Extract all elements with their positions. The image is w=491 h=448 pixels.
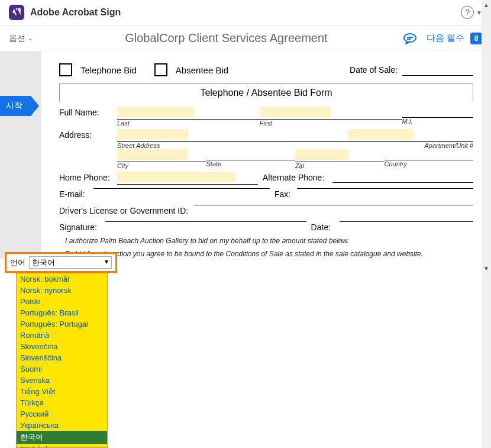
language-option[interactable]: Українська bbox=[17, 420, 107, 431]
language-option[interactable]: Português: Portugal bbox=[17, 318, 107, 330]
mi-sublabel: M.I. bbox=[402, 118, 473, 125]
telephone-bid-option[interactable]: Telephone Bid bbox=[59, 63, 137, 76]
state-sublabel: State bbox=[206, 160, 296, 167]
first-name-field[interactable] bbox=[260, 107, 331, 117]
options-label: 옵션 bbox=[9, 33, 25, 44]
alt-phone-label: Alternate Phone: bbox=[263, 172, 328, 182]
last-sublabel: Last bbox=[117, 120, 260, 127]
city-field[interactable] bbox=[117, 149, 188, 160]
absentee-bid-option[interactable]: Absentee Bid bbox=[154, 63, 228, 76]
telephone-bid-checkbox[interactable] bbox=[59, 63, 72, 76]
main-content: 시작 Telephone Bid Absentee Bid Date of Sa… bbox=[0, 51, 491, 259]
auth-text-2: By bidding at auction you agree to be bo… bbox=[59, 250, 473, 258]
fax-label: Fax: bbox=[274, 188, 292, 199]
required-count-badge: 8 bbox=[470, 33, 482, 44]
document-header: 옵션 ⌄ GlobalCorp Client Services Agreemen… bbox=[0, 25, 491, 51]
language-dropdown: Norsk: bokmålNorsk: nynorskPolskiPortugu… bbox=[16, 273, 108, 448]
zip-sublabel: Zip bbox=[295, 162, 385, 169]
street-field[interactable] bbox=[117, 129, 188, 140]
full-name-label: Full Name: bbox=[59, 107, 112, 117]
last-name-field[interactable] bbox=[117, 107, 194, 117]
email-field[interactable] bbox=[93, 188, 270, 189]
language-selector: 언어 한국어 bbox=[5, 252, 117, 273]
help-button[interactable]: ? ▼ bbox=[461, 6, 482, 19]
absentee-bid-checkbox[interactable] bbox=[154, 63, 167, 76]
help-icon: ? bbox=[461, 6, 474, 19]
app-header: Adobe Acrobat Sign ? ▼ bbox=[0, 0, 491, 25]
scroll-up-icon[interactable]: ▲ bbox=[482, 0, 491, 9]
alt-phone-field[interactable] bbox=[332, 182, 473, 183]
left-sidebar: 시작 bbox=[0, 51, 41, 259]
address-label: Address: bbox=[59, 129, 112, 140]
first-sublabel: First bbox=[260, 120, 402, 127]
date-of-sale-group: Date of Sale: bbox=[350, 64, 473, 76]
language-option[interactable]: 한국어 bbox=[17, 431, 107, 444]
language-option[interactable]: 繁體中文 bbox=[17, 444, 107, 448]
street-sublabel: Street Address bbox=[117, 142, 348, 149]
scroll-down-icon[interactable]: ▼ bbox=[482, 263, 491, 273]
language-option[interactable]: Norsk: nynorsk bbox=[17, 285, 107, 296]
city-sublabel: City bbox=[117, 162, 206, 169]
scrollbar[interactable]: ▲ ▼ bbox=[482, 0, 491, 448]
document-title: GlobalCorp Client Services Agreement bbox=[50, 31, 402, 45]
language-option[interactable]: Slovenščina bbox=[17, 352, 107, 363]
date-label: Date: bbox=[311, 221, 335, 232]
fax-field[interactable] bbox=[297, 188, 473, 189]
app-name: Adobe Acrobat Sign bbox=[30, 7, 461, 18]
date-field[interactable] bbox=[340, 221, 473, 222]
license-label: Driver's License or Government ID: bbox=[59, 205, 189, 215]
language-option[interactable]: Suomi bbox=[17, 363, 107, 375]
language-option[interactable]: Slovenčina bbox=[17, 341, 107, 352]
bid-form: Telephone Bid Absentee Bid Date of Sale:… bbox=[41, 51, 491, 259]
comment-icon[interactable] bbox=[402, 33, 418, 44]
telephone-bid-label: Telephone Bid bbox=[80, 65, 137, 75]
apt-field[interactable] bbox=[348, 129, 413, 140]
auth-text-1: I authorize Palm Beach Auction Gallery t… bbox=[59, 237, 473, 245]
language-option[interactable]: Tiếng Việt bbox=[17, 386, 107, 397]
options-button[interactable]: 옵션 ⌄ bbox=[9, 33, 33, 44]
signature-label: Signature: bbox=[59, 221, 101, 232]
apt-sublabel: Apartment/Unit # bbox=[348, 142, 473, 149]
language-option[interactable]: Türkçe bbox=[17, 397, 107, 408]
home-phone-field[interactable] bbox=[117, 172, 235, 182]
license-field[interactable] bbox=[194, 205, 473, 205]
language-option[interactable]: Română bbox=[17, 330, 107, 341]
language-select[interactable]: 한국어 bbox=[29, 256, 112, 269]
chevron-down-icon: ⌄ bbox=[28, 35, 33, 41]
language-option[interactable]: Svenska bbox=[17, 375, 107, 386]
email-label: E-mail: bbox=[59, 188, 89, 199]
start-tab[interactable]: 시작 bbox=[0, 96, 31, 116]
home-phone-label: Home Phone: bbox=[59, 172, 112, 182]
adobe-logo-icon bbox=[9, 5, 24, 20]
language-option[interactable]: Русский bbox=[17, 408, 107, 420]
language-option[interactable]: Norsk: bokmål bbox=[17, 273, 107, 285]
form-title: Telephone / Absentee Bid Form bbox=[59, 83, 473, 102]
date-of-sale-label: Date of Sale: bbox=[350, 65, 398, 75]
zip-field[interactable] bbox=[295, 149, 348, 160]
signature-field[interactable] bbox=[105, 221, 306, 222]
date-of-sale-field[interactable] bbox=[402, 64, 473, 76]
language-label: 언어 bbox=[10, 257, 25, 268]
country-sublabel: Country bbox=[385, 160, 474, 167]
next-required-link[interactable]: 다음 필수 bbox=[427, 33, 464, 44]
language-option[interactable]: Polski bbox=[17, 296, 107, 307]
absentee-bid-label: Absentee Bid bbox=[176, 65, 228, 75]
language-option[interactable]: Português: Brasil bbox=[17, 307, 107, 318]
